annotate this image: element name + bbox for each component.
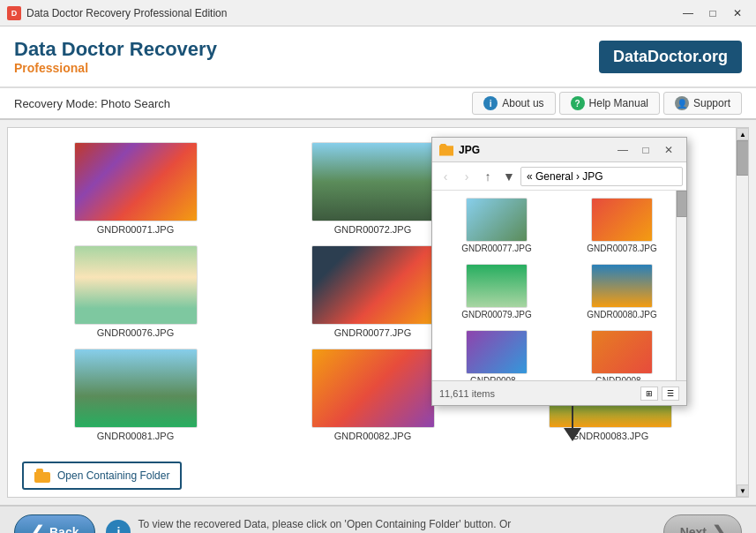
help-manual-button[interactable]: ? Help Manual <box>559 92 660 115</box>
photo-thumbnail <box>311 142 435 221</box>
folder-thumbnail <box>591 330 653 374</box>
minimize-button[interactable]: — <box>677 4 700 23</box>
folder-window-controls: — □ ✕ <box>612 140 679 160</box>
open-containing-folder-button[interactable]: Open Containing Folder <box>22 462 182 490</box>
folder-item[interactable]: GNDR0008... <box>561 327 683 380</box>
help-icon: ? <box>571 96 585 110</box>
window-controls: — □ ✕ <box>677 4 749 23</box>
folder-item[interactable]: GNDR00077.JPG <box>436 194 558 257</box>
support-icon: 👤 <box>675 96 689 110</box>
photo-label: GNDR00081.JPG <box>97 431 174 441</box>
folder-maximize-button[interactable]: □ <box>635 140 656 160</box>
nav-path: « General › JPG <box>520 167 683 186</box>
folder-thumbnail <box>466 330 528 374</box>
folder-nav: ‹ › ↑ ▼ « General › JPG <box>432 162 686 191</box>
toolbar-buttons: i About us ? Help Manual 👤 Support <box>472 92 742 115</box>
logo-sub: Professional <box>14 61 599 75</box>
info-line-1: To view the recovered Data, please click… <box>138 516 511 532</box>
titlebar: D Data Doctor Recovery Professional Edit… <box>0 0 756 26</box>
photo-label: GNDR00072.JPG <box>334 224 411 235</box>
toolbar: Recovery Mode: Photo Search i About us ?… <box>0 88 756 120</box>
folder-item-label: GNDR00078.JPG <box>587 244 656 253</box>
folder-close-button[interactable]: ✕ <box>658 140 679 160</box>
scroll-down-button[interactable]: ▼ <box>737 484 749 497</box>
photo-label: GNDR00076.JPG <box>97 327 174 338</box>
main-scrollbar[interactable]: ▲ ▼ <box>736 128 748 497</box>
nav-back-button[interactable]: ‹ <box>436 167 455 186</box>
photo-item[interactable]: GNDR00071.JPG <box>22 142 249 235</box>
logo-main: Data Doctor Recovery <box>14 38 599 61</box>
scroll-up-button[interactable]: ▲ <box>737 128 749 140</box>
photo-label: GNDR00082.JPG <box>334 431 411 441</box>
folder-open-icon <box>34 469 52 483</box>
photo-label: GNDR00083.JPG <box>572 431 648 441</box>
folder-thumbnail <box>591 198 653 242</box>
folder-title: JPG <box>459 144 612 156</box>
folder-item-label: GNDR00080.JPG <box>587 310 656 319</box>
view-list-button[interactable]: ☰ <box>662 387 679 401</box>
photo-thumbnail <box>311 245 435 325</box>
photo-item[interactable]: GNDR00081.JPG <box>22 349 249 441</box>
scroll-thumb <box>737 140 749 176</box>
folder-minimize-button[interactable]: — <box>612 140 633 160</box>
maximize-button[interactable]: □ <box>701 4 724 23</box>
header: Data Doctor Recovery Professional DataDo… <box>0 26 756 88</box>
photo-label: GNDR00077.JPG <box>334 327 411 338</box>
folder-item[interactable]: GNDR00080.JPG <box>561 260 683 323</box>
back-label: Back <box>49 525 79 533</box>
photo-thumbnail <box>74 142 198 221</box>
photo-thumbnail <box>311 349 435 428</box>
support-button[interactable]: 👤 Support <box>663 92 742 115</box>
info-section: i To view the recovered Data, please cli… <box>106 516 652 533</box>
open-folder-label: Open Containing Folder <box>57 469 169 482</box>
info-text: To view the recovered Data, please click… <box>138 516 511 533</box>
view-grid-button[interactable]: ⊞ <box>640 387 658 401</box>
about-us-button[interactable]: i About us <box>472 92 555 115</box>
folder-item[interactable]: GNDR00078.JPG <box>561 194 683 257</box>
next-label: Next <box>680 525 707 533</box>
nav-forward-button[interactable]: › <box>457 167 476 186</box>
nav-path-text: « General › JPG <box>527 170 603 183</box>
support-label: Support <box>693 97 730 109</box>
app-icon: D <box>7 6 21 20</box>
help-manual-label: Help Manual <box>589 97 648 109</box>
back-button[interactable]: ❮ Back <box>14 514 95 533</box>
folder-thumbnail <box>466 264 528 308</box>
folder-item[interactable]: GNDR00079.JPG <box>436 260 558 323</box>
photo-label: GNDR00071.JPG <box>97 224 174 235</box>
main-content: GNDR00071.JPG GNDR00072.JPG GNDR00073.JP… <box>7 127 749 498</box>
info-icon-circle: i <box>106 520 131 533</box>
folder-scroll-thumb <box>677 191 687 217</box>
folder-thumbnail <box>591 264 653 308</box>
folder-thumbnail <box>466 198 528 242</box>
photo-thumbnail <box>74 245 198 325</box>
next-arrow-icon: ❯ <box>712 522 725 533</box>
folder-window: JPG — □ ✕ ‹ › ↑ ▼ « General › JPG GNDR00… <box>431 137 687 406</box>
recovery-mode-label: Recovery Mode: Photo Search <box>14 97 472 110</box>
view-icons: ⊞ ☰ <box>640 387 679 401</box>
item-count: 11,611 items <box>439 388 495 399</box>
photo-thumbnail <box>74 349 198 428</box>
photo-item[interactable]: GNDR00076.JPG <box>22 245 249 338</box>
close-button[interactable]: ✕ <box>726 4 749 23</box>
logo-section: Data Doctor Recovery Professional <box>14 38 599 75</box>
info-icon: i <box>483 96 498 110</box>
nav-up-button[interactable]: ↑ <box>478 167 498 186</box>
brand-label: DataDoctor.org <box>599 41 742 73</box>
folder-statusbar: 11,611 items ⊞ ☰ <box>432 380 686 405</box>
bottombar: ❮ Back i To view the recovered Data, ple… <box>0 505 756 533</box>
folder-item-label: GNDR00079.JPG <box>461 310 531 319</box>
folder-titlebar: JPG — □ ✕ <box>432 138 686 162</box>
folder-item[interactable]: GNDR0008... <box>436 327 558 380</box>
next-button[interactable]: Next ❯ <box>663 514 742 533</box>
folder-scrollbar[interactable] <box>676 191 686 380</box>
about-us-label: About us <box>502 97 543 109</box>
titlebar-text: Data Doctor Recovery Professional Editio… <box>26 7 677 19</box>
back-arrow-icon: ❮ <box>31 522 44 533</box>
folder-small-icon <box>439 144 453 156</box>
nav-recent-button[interactable]: ▼ <box>499 167 519 186</box>
folder-content: GNDR00077.JPG GNDR00078.JPG GNDR00079.JP… <box>432 191 686 380</box>
folder-item-label: GNDR00077.JPG <box>461 244 531 253</box>
